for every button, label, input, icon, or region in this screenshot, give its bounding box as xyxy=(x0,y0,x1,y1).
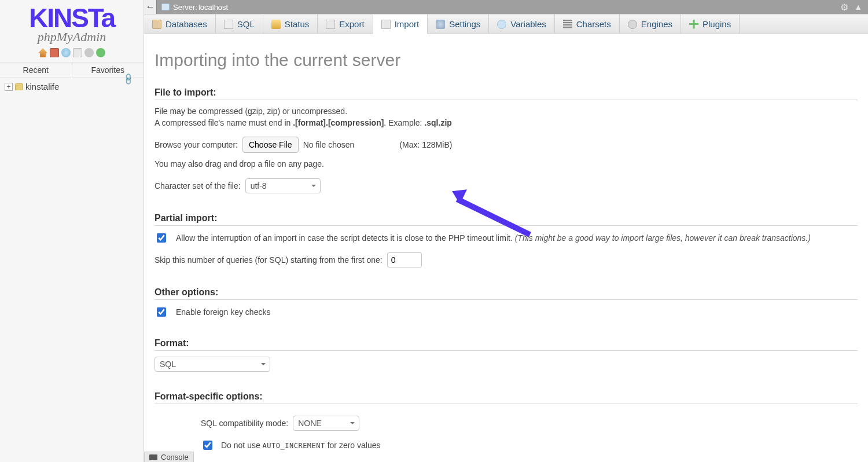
file-help-line1: File may be compressed (gzip, zip) or un… xyxy=(155,106,858,118)
tab-label: Variables xyxy=(510,19,546,29)
allow-interrupt-label: Allow the interruption of an import in c… xyxy=(176,233,513,243)
gear-icon[interactable] xyxy=(84,48,94,57)
console-label: Console xyxy=(161,453,189,461)
refresh-icon[interactable] xyxy=(96,48,105,57)
no-autoincrement-checkbox[interactable] xyxy=(203,441,212,450)
main-tabs: Databases SQL Status Export Import Setti… xyxy=(144,14,868,34)
max-size-text: (Max: 128MiB) xyxy=(399,140,452,149)
console-toggle[interactable]: Console xyxy=(144,452,194,462)
app-logo-subtitle: phpMyAdmin xyxy=(2,30,141,45)
tab-import[interactable]: Import xyxy=(373,14,428,34)
breadcrumb-server-prefix: Server: xyxy=(173,3,197,12)
tab-plugins[interactable]: Plugins xyxy=(681,14,740,34)
tab-databases[interactable]: Databases xyxy=(144,14,216,34)
database-icon xyxy=(15,83,23,90)
import-icon xyxy=(381,20,391,29)
sidebar-tab-recent[interactable]: Recent xyxy=(0,63,72,78)
export-icon xyxy=(326,20,335,29)
tab-label: Charsets xyxy=(576,19,611,29)
legend-partial: Partial import: xyxy=(155,213,858,226)
no-file-chosen-text: No file chosen xyxy=(303,140,355,149)
sidebar-mini-icons xyxy=(2,48,141,57)
legend-format: Format: xyxy=(155,338,858,351)
legend-file-import: File to import: xyxy=(155,87,858,100)
fieldset-file-import: File to import: File may be compressed (… xyxy=(155,87,858,199)
databases-icon xyxy=(152,20,161,29)
sidebar-tabs: Recent Favorites xyxy=(0,62,144,78)
logo-block: KINSTa phpMyAdmin xyxy=(0,0,144,57)
topbar-collapse-icon[interactable]: ▲ xyxy=(854,2,862,12)
tab-label: Plugins xyxy=(703,19,731,29)
tab-status[interactable]: Status xyxy=(263,14,318,34)
fieldset-format: Format: SQL xyxy=(155,338,858,377)
no-autoincrement-label: Do not use AUTO_INCREMENT for zero value… xyxy=(221,441,380,450)
browse-label: Browse your computer: xyxy=(155,140,238,149)
tab-charsets[interactable]: Charsets xyxy=(555,14,620,34)
tab-export[interactable]: Export xyxy=(318,14,373,34)
tab-settings[interactable]: Settings xyxy=(428,14,489,34)
compat-select[interactable]: NONE xyxy=(293,416,359,431)
skip-queries-label: Skip this number of queries (for SQL) st… xyxy=(155,255,382,265)
charset-label: Character set of the file: xyxy=(155,181,241,190)
globe-icon[interactable] xyxy=(61,48,71,57)
tab-label: Export xyxy=(339,19,364,29)
docs-icon[interactable] xyxy=(73,48,82,57)
breadcrumb-server-name: localhost xyxy=(198,3,228,12)
plugins-icon xyxy=(689,20,698,29)
tab-variables[interactable]: Variables xyxy=(489,14,554,34)
db-tree: + kinstalife xyxy=(0,78,144,95)
legend-fso: Format-specific options: xyxy=(155,391,858,404)
server-icon xyxy=(161,3,170,10)
allow-interrupt-checkbox[interactable] xyxy=(157,233,166,243)
legend-other: Other options: xyxy=(155,287,858,300)
tab-sql[interactable]: SQL xyxy=(216,14,263,34)
sidebar-tab-favorites[interactable]: Favorites xyxy=(72,63,144,78)
back-button[interactable]: ← xyxy=(144,0,157,14)
engines-icon xyxy=(628,20,637,29)
db-tree-item-label: kinstalife xyxy=(25,82,59,91)
sidebar: KINSTa phpMyAdmin Recent Favorites 🔗 + k… xyxy=(0,0,144,462)
tab-label: Status xyxy=(285,19,310,29)
content-area: Importing into the current server File t… xyxy=(144,34,868,452)
charset-select[interactable]: utf-8 xyxy=(245,178,321,193)
topbar: ← Server: localhost ⚙ ▲ xyxy=(144,0,868,14)
fkc-label: Enable foreign key checks xyxy=(176,307,270,317)
file-help-line2: A compressed file's name must end in .[f… xyxy=(155,118,858,129)
fieldset-partial-import: Partial import: Allow the interruption o… xyxy=(155,213,858,273)
skip-queries-input[interactable] xyxy=(387,252,422,267)
tree-expand-icon[interactable]: + xyxy=(5,83,13,91)
db-tree-item-kinstalife[interactable]: + kinstalife xyxy=(5,82,139,91)
choose-file-button[interactable]: Choose File xyxy=(242,137,299,153)
app-logo: KINSTa xyxy=(2,5,141,31)
tab-engines[interactable]: Engines xyxy=(620,14,681,34)
tab-label: Settings xyxy=(449,19,480,29)
allow-interrupt-hint: (This might be a good way to import larg… xyxy=(515,233,811,243)
fieldset-format-specific: Format-specific options: SQL compatibili… xyxy=(155,391,858,452)
sql-icon xyxy=(224,20,233,29)
page-title: Importing into the current server xyxy=(155,50,858,70)
status-icon xyxy=(271,20,281,29)
home-icon[interactable] xyxy=(38,48,47,57)
drag-drop-hint: You may also drag and drop a file on any… xyxy=(155,159,858,170)
variables-icon xyxy=(497,20,506,29)
breadcrumb[interactable]: Server: localhost xyxy=(161,3,228,12)
charsets-icon xyxy=(563,20,572,29)
settings-icon xyxy=(436,20,445,29)
tab-label: Import xyxy=(395,19,420,29)
fkc-checkbox[interactable] xyxy=(157,307,166,317)
compat-label: SQL compatibility mode: xyxy=(201,419,288,428)
format-select[interactable]: SQL xyxy=(155,357,270,372)
topbar-gear-icon[interactable]: ⚙ xyxy=(840,2,848,13)
tab-label: Databases xyxy=(165,19,207,29)
tab-label: SQL xyxy=(237,19,255,29)
tab-label: Engines xyxy=(641,19,672,29)
console-icon xyxy=(149,454,157,460)
fieldset-other-options: Other options: Enable foreign key checks xyxy=(155,287,858,324)
exit-icon[interactable] xyxy=(50,48,59,57)
